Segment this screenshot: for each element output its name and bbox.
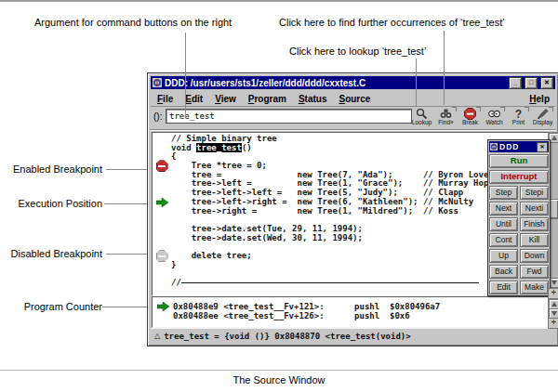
tool-label: Watch xyxy=(485,119,502,125)
tool-find-button[interactable]: Find» xyxy=(434,107,458,129)
stop-bar xyxy=(158,165,166,167)
source-gutter[interactable] xyxy=(153,234,171,243)
magnifier-icon xyxy=(416,107,428,119)
fwd-button[interactable]: Fwd xyxy=(520,265,549,279)
source-gutter[interactable] xyxy=(153,162,171,171)
source-gutter[interactable] xyxy=(153,261,171,270)
question-mark-icon: ? xyxy=(512,107,525,119)
command-tool-row: ContKill xyxy=(489,231,549,247)
binoculars-icon xyxy=(440,107,452,119)
status-bar: △ tree_test = {void ()} 0x8048870 <tree_… xyxy=(151,328,555,343)
command-tool-title: DDD xyxy=(499,142,535,151)
argument-input[interactable]: tree_test xyxy=(166,109,412,124)
source-code-text: void tree_test() xyxy=(171,144,252,153)
stop-sign-icon xyxy=(464,107,476,119)
dropdown-mark-icon xyxy=(549,107,553,111)
down-button[interactable]: Down xyxy=(520,249,549,263)
ddd-window-icon xyxy=(153,78,162,87)
source-gutter[interactable] xyxy=(153,216,171,225)
next-button[interactable]: Next xyxy=(489,202,518,216)
source-gutter[interactable] xyxy=(153,198,171,207)
source-code-text: // xyxy=(171,279,479,288)
source-code-text: tree->date.set(Wed, 30, 11, 1994); xyxy=(171,234,363,243)
tool-label: Print xyxy=(512,119,525,125)
callout-line-argument xyxy=(185,33,186,118)
step-button[interactable]: Step xyxy=(489,186,518,200)
menu-view[interactable]: View xyxy=(215,94,236,104)
command-tool-row: NextNexti xyxy=(489,200,549,216)
fold-triangle-icon[interactable]: △ xyxy=(154,332,160,340)
menu-items: FileEditViewProgramStatusSource xyxy=(157,94,370,104)
dropdown-mark-icon xyxy=(452,107,457,111)
tool-label: Find» xyxy=(438,119,453,125)
callout-line-find xyxy=(444,31,445,105)
window-titlebar[interactable]: DDD: /usr/users/sts1/zeller/ddd/ddd/cxxt… xyxy=(151,76,555,89)
source-gutter[interactable] xyxy=(153,252,171,261)
menu-file[interactable]: File xyxy=(157,94,173,104)
until-button[interactable]: Until xyxy=(489,217,518,231)
source-code-text: } xyxy=(171,261,176,270)
source-gutter[interactable] xyxy=(153,144,171,153)
ddd-tool-icon xyxy=(490,143,498,150)
tool-print-button[interactable]: ?Print xyxy=(507,107,530,129)
tool-label: Lookup xyxy=(412,119,432,125)
interrupt-button[interactable]: Interrupt xyxy=(489,170,549,184)
tool-watch-button[interactable]: Watch xyxy=(483,107,506,129)
page-bottom-rule xyxy=(0,370,558,371)
machine-code-text: 0x80488ee <tree_test__Fv+126>: pushl $0x… xyxy=(173,311,410,320)
close-icon[interactable]: ✕ xyxy=(540,77,553,89)
command-tool-titlebar[interactable]: DDD ✕ xyxy=(489,141,549,152)
annotation-program-counter: Program Counter xyxy=(0,301,102,312)
status-sash-handle[interactable]: + xyxy=(548,318,558,329)
machine-code-line: 0x80488e9 <tree_test__Fv+121>: pushl $0x… xyxy=(153,302,549,311)
command-tool-row: StepStepi xyxy=(489,184,549,200)
tool-break-button[interactable]: Break xyxy=(458,107,482,129)
figure-canvas: The Source Window Argument for command b… xyxy=(0,0,558,392)
command-tool-row: BackFwd xyxy=(489,263,549,279)
finish-button[interactable]: Finish xyxy=(520,217,549,231)
menu-source[interactable]: Source xyxy=(339,94,370,104)
command-tool-close-icon[interactable]: ✕ xyxy=(537,142,548,152)
nexti-button[interactable]: Nexti xyxy=(520,202,549,216)
make-button[interactable]: Make xyxy=(520,281,549,294)
disabled-breakpoint-icon[interactable] xyxy=(156,250,168,262)
machine-gutter xyxy=(153,302,173,311)
tool-lookup-button[interactable]: Lookup xyxy=(410,107,433,129)
menu-help[interactable]: Help xyxy=(529,94,550,104)
back-button[interactable]: Back xyxy=(489,265,518,279)
menu-program[interactable]: Program xyxy=(248,94,286,104)
pen-icon xyxy=(537,107,549,119)
source-gutter[interactable] xyxy=(153,207,171,216)
source-gutter[interactable] xyxy=(153,179,171,189)
minimize-icon[interactable]: _ xyxy=(509,77,522,89)
command-tool-row: UpDown xyxy=(489,247,549,263)
menu-edit[interactable]: Edit xyxy=(185,94,203,104)
tool-label: Break xyxy=(462,119,478,125)
source-gutter[interactable] xyxy=(153,225,171,234)
toolbar: LookupFind»BreakWatch?PrintDisplay xyxy=(410,107,554,129)
cont-button[interactable]: Cont xyxy=(489,233,518,247)
stepi-button[interactable]: Stepi xyxy=(520,186,549,200)
annotation-lookup: Click here to lookup ‘tree_test’ xyxy=(289,46,426,57)
up-button[interactable]: Up xyxy=(489,249,518,263)
machine-code-text: 0x80488e9 <tree_test__Fv+121>: pushl $0x… xyxy=(173,302,440,311)
pane-sash-handle[interactable]: + xyxy=(548,288,558,299)
tool-label: Display xyxy=(533,119,552,125)
machine-code-pane[interactable]: 0x80488e9 <tree_test__Fv+121>: pushl $0x… xyxy=(152,296,550,328)
machine-scrollbar[interactable] xyxy=(548,298,558,320)
status-text: tree_test = {void ()} 0x8048870 <tree_te… xyxy=(164,332,411,341)
source-gutter[interactable] xyxy=(153,269,171,279)
tool-display-button[interactable]: Display xyxy=(531,107,554,129)
source-gutter[interactable] xyxy=(153,135,171,144)
kill-button[interactable]: Kill xyxy=(520,233,549,247)
command-tool: DDD ✕ Run Interrupt StepStepiNextNextiUn… xyxy=(487,139,551,296)
machine-gutter xyxy=(153,311,173,320)
run-button[interactable]: Run xyxy=(489,154,549,168)
annotation-find-further: Click here to find further occurrences o… xyxy=(279,17,505,28)
source-gutter[interactable] xyxy=(153,171,171,180)
source-gutter[interactable] xyxy=(153,279,171,288)
highlighted-symbol[interactable]: tree_test xyxy=(196,143,242,152)
menu-status[interactable]: Status xyxy=(299,94,327,104)
edit-button[interactable]: Edit xyxy=(489,281,518,294)
maximize-icon[interactable]: □ xyxy=(525,77,538,89)
